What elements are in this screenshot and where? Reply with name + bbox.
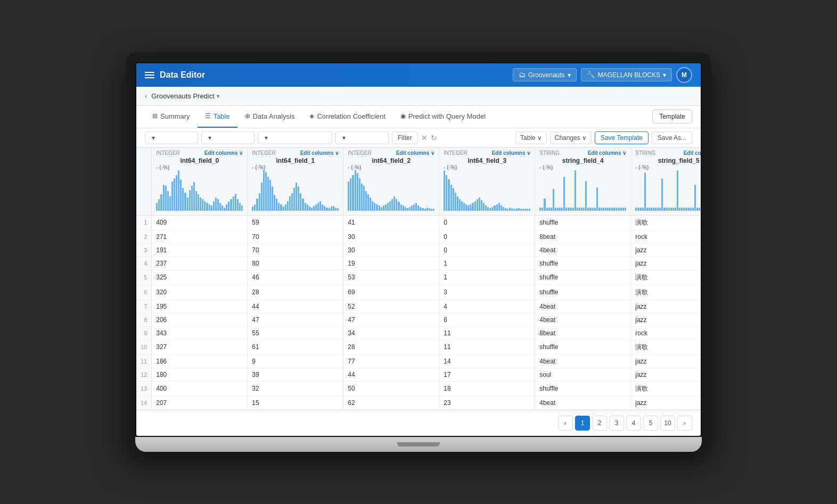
- chart-bar: [568, 208, 569, 211]
- filter-select-2[interactable]: ▾: [201, 131, 255, 144]
- chart-bar: [581, 208, 582, 211]
- clear-icon[interactable]: ✕: [421, 134, 428, 142]
- edit-col-string_field_4[interactable]: Edit columns ∨: [588, 150, 627, 156]
- chart-bar: [677, 170, 678, 211]
- page-3-btn[interactable]: 3: [609, 416, 624, 431]
- cell-int64_field_0: 237: [152, 257, 248, 270]
- chart-bar: [389, 201, 391, 211]
- chart-bar: [433, 209, 434, 211]
- chart-bar: [541, 208, 543, 211]
- chart-bar: [372, 201, 373, 211]
- chart-bar: [670, 208, 672, 211]
- back-button[interactable]: ‹: [145, 92, 147, 100]
- cell-int64_field_0: 191: [152, 243, 248, 257]
- page-10-btn[interactable]: 10: [660, 416, 675, 431]
- table-dropdown[interactable]: Table ∨: [515, 131, 547, 144]
- row-number: 6: [136, 285, 152, 300]
- filter-select-3[interactable]: ▾: [258, 131, 332, 144]
- chart-bar: [529, 209, 530, 211]
- chart-bar: [365, 191, 367, 211]
- hamburger-menu[interactable]: [145, 72, 154, 78]
- table-row: 2271703008beatrock: [136, 230, 701, 243]
- chart-bar: [361, 184, 363, 211]
- next-page-btn[interactable]: ›: [677, 416, 692, 431]
- template-button[interactable]: Template: [652, 110, 692, 123]
- page-4-btn[interactable]: 4: [626, 416, 641, 431]
- chart-bar: [577, 208, 578, 211]
- tab-predict[interactable]: ◉ Predict with Query Model: [393, 106, 493, 128]
- filter-button[interactable]: Filter: [392, 131, 418, 144]
- cell-int64_field_0: 320: [152, 285, 248, 300]
- cell-int64_field_3: 14: [439, 354, 535, 368]
- chart-bar: [646, 208, 648, 211]
- chart-bar: [319, 201, 321, 211]
- top-bar-left: Data Editor: [145, 70, 205, 80]
- edit-col-int64_field_2[interactable]: Edit columns ∨: [396, 150, 435, 156]
- chart-bar: [293, 188, 295, 211]
- table-row: 142071562234beatjazz: [136, 396, 701, 409]
- pagination: ‹ 1 2 3 4 5 10 ›: [136, 410, 701, 436]
- page-1-btn[interactable]: 1: [575, 416, 590, 431]
- chart-bar: [219, 203, 221, 211]
- chart-bar: [367, 194, 369, 211]
- edit-col-int64_field_1[interactable]: Edit columns ∨: [300, 150, 339, 156]
- workspace-label: Groovenauts: [528, 71, 565, 79]
- tab-data-analysis[interactable]: ⊕ Data Analysis: [237, 106, 302, 128]
- chart-bar: [158, 199, 160, 211]
- chart-bar: [642, 208, 644, 211]
- edit-col-int64_field_3[interactable]: Edit columns ∨: [492, 150, 531, 156]
- col-chart-int64_field_2: [348, 170, 434, 213]
- table-icon: ☰: [205, 112, 211, 120]
- save-template-button[interactable]: Save Template: [595, 131, 649, 144]
- chart-bar: [570, 208, 572, 211]
- chart-bar: [209, 204, 210, 211]
- chart-bar: [613, 208, 615, 211]
- chart-bar: [609, 208, 611, 211]
- prev-page-btn[interactable]: ‹: [558, 416, 573, 431]
- chart-bar: [195, 191, 197, 211]
- cell-int64_field_0: 327: [152, 340, 248, 354]
- workspace-btn[interactable]: 🗂 Groovenauts ▾: [513, 68, 577, 81]
- chart-bar: [324, 206, 325, 211]
- chart-bar: [601, 208, 602, 211]
- row-number: 12: [136, 368, 152, 381]
- edit-col-string_field_5[interactable]: Edit columns ∨: [684, 150, 701, 156]
- tab-summary[interactable]: ⊞ Summary: [145, 106, 198, 128]
- page-2-btn[interactable]: 2: [592, 416, 607, 431]
- filter-select-1[interactable]: ▾: [145, 131, 198, 144]
- tab-table[interactable]: ☰ Table: [198, 106, 237, 128]
- chart-bar: [607, 208, 609, 211]
- filter-select-4[interactable]: ▾: [335, 131, 389, 144]
- cell-int64_field_1: 32: [248, 381, 343, 396]
- chart-bar: [453, 188, 454, 211]
- tabs-container: ⊞ Summary ☰ Table ⊕ Data Analysis ◈ Corr…: [145, 106, 493, 128]
- chart-bar: [178, 170, 179, 211]
- chart-bar: [699, 208, 700, 211]
- chart-bar: [269, 180, 271, 211]
- refresh-icon[interactable]: ↻: [431, 134, 437, 142]
- chart-bar: [415, 203, 417, 211]
- breadcrumb-arrow[interactable]: ▾: [217, 93, 219, 99]
- page-5-btn[interactable]: 5: [643, 416, 658, 431]
- tab-correlation[interactable]: ◈ Correlation Coefficient: [302, 106, 392, 128]
- product-btn[interactable]: 🔧 MAGELLAN BLOCKS ▾: [581, 68, 672, 81]
- col-header-string_field_5: STRINGEdit columns ∨string_field_5- (-%): [631, 148, 701, 216]
- avatar[interactable]: M: [676, 67, 692, 83]
- chart-bar: [459, 199, 461, 211]
- col-type-int64_field_2: INTEGER: [348, 150, 371, 156]
- row-number: 10: [136, 340, 152, 354]
- edit-col-int64_field_0[interactable]: Edit columns ∨: [204, 150, 243, 156]
- tab-data-analysis-label: Data Analysis: [253, 112, 295, 120]
- chart-bar: [403, 205, 404, 211]
- product-icon: 🔧: [587, 71, 595, 79]
- data-analysis-icon: ⊕: [245, 112, 250, 120]
- save-as-button[interactable]: Save As...: [652, 131, 692, 144]
- chart-bar: [544, 199, 545, 211]
- chart-bar: [635, 208, 637, 211]
- cell-int64_field_1: 55: [248, 326, 343, 340]
- chart-bar: [524, 209, 526, 211]
- chart-bar: [575, 170, 576, 211]
- chart-bar: [300, 193, 301, 211]
- chart-bar: [463, 203, 465, 211]
- changes-dropdown[interactable]: Changes ∨: [550, 131, 592, 144]
